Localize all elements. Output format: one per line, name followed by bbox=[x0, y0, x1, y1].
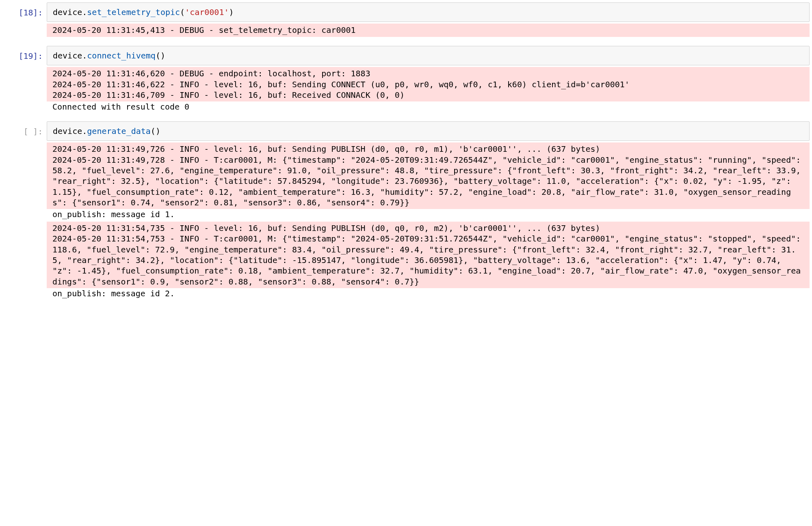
code-cell: [ ]:device.generate_data() bbox=[0, 121, 812, 141]
code-string-arg: 'car0001' bbox=[185, 7, 229, 17]
paren-open: ( bbox=[180, 7, 185, 17]
stderr-output: 2024-05-20 11:31:49,726 - INFO - level: … bbox=[47, 142, 810, 209]
code-input[interactable]: device.set_telemetry_topic('car0001') bbox=[47, 2, 810, 22]
code-cell: [19]:device.connect_hivemq() bbox=[0, 46, 812, 65]
stdout-output: on_publish: message id 2. bbox=[47, 288, 810, 299]
code-input[interactable]: device.generate_data() bbox=[47, 121, 810, 141]
paren-close: ) bbox=[160, 51, 165, 60]
code-method: connect_hivemq bbox=[87, 51, 156, 60]
input-prompt: [18]: bbox=[0, 2, 47, 18]
stdout-output: on_publish: message id 1. bbox=[47, 209, 810, 220]
stderr-output: 2024-05-20 11:31:46,620 - DEBUG - endpoi… bbox=[47, 67, 810, 101]
code-cell: [18]:device.set_telemetry_topic('car0001… bbox=[0, 2, 812, 22]
stdout-output: Connected with result code 0 bbox=[47, 101, 810, 112]
stderr-output: 2024-05-20 11:31:54,735 - INFO - level: … bbox=[47, 222, 810, 288]
code-object: device. bbox=[53, 51, 87, 60]
paren-close: ) bbox=[156, 126, 160, 136]
code-input[interactable]: device.connect_hivemq() bbox=[47, 46, 810, 65]
code-object: device. bbox=[53, 7, 87, 17]
code-method: generate_data bbox=[87, 126, 151, 136]
input-prompt: [ ]: bbox=[0, 121, 47, 137]
notebook-root: [18]:device.set_telemetry_topic('car0001… bbox=[0, 2, 812, 303]
paren-open: ( bbox=[151, 126, 156, 136]
stderr-output: 2024-05-20 11:31:45,413 - DEBUG - set_te… bbox=[47, 24, 810, 37]
input-prompt: [19]: bbox=[0, 46, 47, 61]
code-method: set_telemetry_topic bbox=[87, 7, 180, 17]
paren-open: ( bbox=[156, 51, 160, 60]
paren-close: ) bbox=[229, 7, 234, 17]
code-object: device. bbox=[53, 126, 87, 136]
